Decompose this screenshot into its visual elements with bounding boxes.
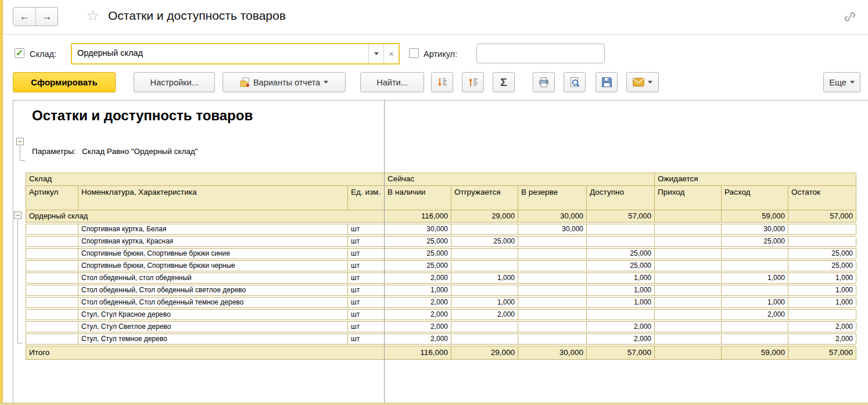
value-cell[interactable]: 1,000 — [451, 273, 518, 283]
value-cell[interactable] — [451, 249, 518, 259]
value-cell[interactable] — [655, 285, 722, 295]
group-value-cell[interactable]: 57,000 — [587, 210, 655, 222]
report-expander[interactable]: − — [16, 138, 24, 145]
forward-button[interactable]: → — [35, 8, 58, 26]
value-cell[interactable]: 2,000 — [385, 273, 451, 283]
column-header-cell[interactable]: Артикул — [26, 186, 78, 210]
nomenclature-cell[interactable]: Спортивные брюки, Спортивные брюки черны… — [78, 261, 348, 271]
sort-descending-button[interactable] — [431, 72, 453, 92]
back-button[interactable]: ← — [13, 8, 35, 26]
value-cell[interactable] — [788, 236, 856, 246]
value-cell[interactable]: 30,000 — [722, 224, 788, 234]
column-header-cell[interactable]: Приход — [655, 186, 722, 210]
value-cell[interactable] — [518, 249, 587, 259]
total-value-cell[interactable]: 116,000 — [385, 346, 451, 359]
column-header-cell[interactable]: Отгружается — [451, 186, 518, 210]
unit-cell[interactable]: шт — [348, 224, 385, 234]
nomenclature-cell[interactable]: Стул, Стул темное дерево — [78, 334, 348, 344]
value-cell[interactable]: 1,000 — [722, 298, 788, 307]
unit-cell[interactable]: шт — [348, 334, 385, 344]
artikul-cell[interactable] — [26, 273, 78, 283]
artikul-cell[interactable] — [26, 261, 78, 271]
warehouse-dropdown-button[interactable] — [368, 44, 383, 63]
total-row[interactable]: Итого116,00029,00030,00057,00059,00057,0… — [26, 346, 856, 360]
value-cell[interactable]: 2,000 — [788, 322, 856, 332]
unit-cell[interactable]: шт — [348, 285, 385, 295]
column-header-cell[interactable]: Номенклатура, Характеристика — [78, 186, 348, 210]
table-row[interactable]: Стол обеденный, Стол обеденный темное де… — [26, 297, 856, 308]
artikul-cell[interactable] — [26, 249, 78, 259]
nomenclature-cell[interactable]: Спортивная куртка, Красная — [78, 236, 348, 246]
value-cell[interactable]: 25,000 — [788, 249, 856, 259]
total-value-cell[interactable] — [655, 346, 722, 359]
column-header-cell[interactable]: В резерве — [518, 186, 587, 210]
value-cell[interactable]: 1,000 — [385, 285, 451, 295]
send-mail-button[interactable] — [626, 72, 659, 92]
value-cell[interactable]: 25,000 — [587, 249, 655, 259]
table-row[interactable]: Спортивные брюки, Спортивные брюки черны… — [26, 260, 856, 271]
value-cell[interactable] — [722, 261, 788, 271]
value-cell[interactable] — [655, 322, 722, 332]
nomenclature-cell[interactable]: Спортивная куртка, Белая — [78, 224, 348, 234]
value-cell[interactable]: 25,000 — [385, 261, 451, 271]
nomenclature-cell[interactable]: Стол обеденный, Стол обеденный светлое д… — [78, 285, 348, 295]
value-cell[interactable] — [655, 249, 722, 259]
value-cell[interactable]: 1,000 — [722, 273, 788, 283]
artikul-cell[interactable] — [26, 224, 78, 234]
nomenclature-cell[interactable]: Стул, Стул Красное дерево — [78, 310, 348, 320]
value-cell[interactable]: 2,000 — [385, 298, 451, 307]
value-cell[interactable] — [722, 249, 788, 259]
value-cell[interactable] — [518, 334, 587, 344]
group-expander[interactable]: − — [14, 212, 21, 219]
value-cell[interactable]: 2,000 — [385, 322, 451, 332]
value-cell[interactable] — [722, 285, 788, 295]
warehouse-filter-checkbox[interactable]: ✓ — [15, 48, 24, 58]
group-header-cell[interactable]: Сейчас — [385, 173, 655, 185]
table-row[interactable]: Спортивные брюки, Спортивные брюки синие… — [26, 248, 856, 259]
group-value-cell[interactable]: 57,000 — [788, 210, 856, 222]
value-cell[interactable]: 2,000 — [722, 310, 788, 320]
value-cell[interactable]: 1,000 — [788, 285, 856, 295]
value-cell[interactable]: 1,000 — [788, 298, 856, 307]
column-header-cell[interactable]: Остаток — [788, 186, 856, 210]
group-value-cell[interactable] — [655, 210, 722, 222]
value-cell[interactable] — [451, 285, 518, 295]
group-row[interactable]: Ордерный склад116,00029,00030,00057,0005… — [26, 210, 856, 223]
table-row[interactable]: Стол обеденный, стол обеденныйшт2,0001,0… — [26, 273, 856, 284]
unit-cell[interactable]: шт — [348, 298, 385, 307]
table-row[interactable]: Стул, Стул Светлое деревошт2,0002,0002,0… — [26, 321, 856, 332]
sort-ascending-button[interactable] — [462, 72, 484, 92]
table-group-header-row[interactable]: СкладСейчасОжидается — [26, 173, 856, 185]
value-cell[interactable]: 2,000 — [451, 310, 518, 320]
column-header-cell[interactable]: В наличии — [385, 186, 451, 210]
value-cell[interactable] — [451, 322, 518, 332]
print-button[interactable] — [533, 72, 555, 92]
group-value-cell[interactable]: 30,000 — [518, 210, 587, 222]
value-cell[interactable] — [518, 261, 587, 271]
total-label-cell[interactable]: Итого — [26, 346, 385, 359]
value-cell[interactable] — [655, 334, 722, 344]
value-cell[interactable]: 1,000 — [587, 273, 655, 283]
unit-cell[interactable]: шт — [348, 273, 385, 283]
column-header-cell[interactable]: Ед. изм. — [348, 186, 385, 210]
value-cell[interactable]: 25,000 — [722, 236, 788, 246]
group-value-cell[interactable]: 29,000 — [451, 210, 518, 222]
group-value-cell[interactable]: 116,000 — [385, 210, 451, 222]
unit-cell[interactable]: шт — [348, 310, 385, 320]
total-value-cell[interactable]: 30,000 — [518, 346, 587, 359]
report-variants-button[interactable]: Варианты отчета — [223, 72, 346, 92]
table-column-header-row[interactable]: АртикулНоменклатура, ХарактеристикаЕд. и… — [26, 185, 856, 210]
value-cell[interactable] — [518, 273, 587, 283]
value-cell[interactable] — [655, 236, 722, 246]
get-link-icon[interactable] — [844, 10, 856, 26]
value-cell[interactable] — [518, 310, 587, 320]
value-cell[interactable]: 25,000 — [587, 261, 655, 271]
total-value-cell[interactable]: 59,000 — [722, 346, 788, 359]
value-cell[interactable] — [451, 261, 518, 271]
value-cell[interactable] — [518, 285, 587, 295]
favorite-star-icon[interactable]: ☆ — [86, 7, 99, 24]
value-cell[interactable] — [518, 236, 587, 246]
nomenclature-cell[interactable]: Стол обеденный, стол обеденный — [78, 273, 348, 283]
value-cell[interactable]: 2,000 — [385, 334, 451, 344]
table-row[interactable]: Спортивная куртка, Краснаяшт25,00025,000… — [26, 236, 856, 247]
